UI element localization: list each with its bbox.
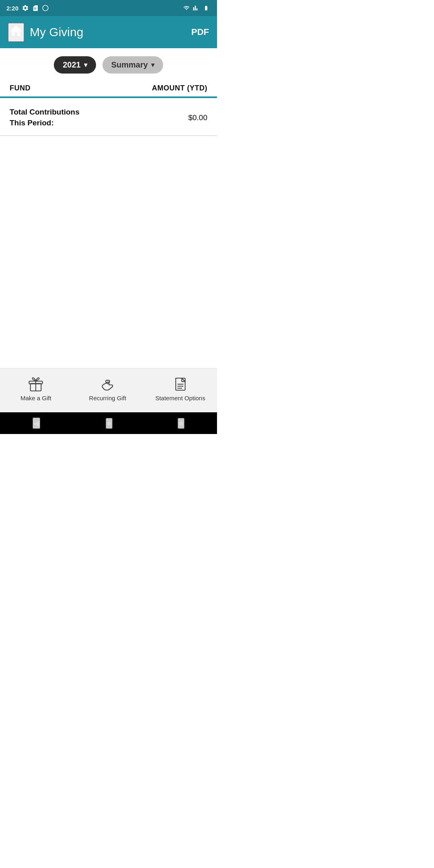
total-contributions-row: Total Contributions This Period: $0.00 — [0, 98, 217, 136]
app-bar: My Giving PDF — [0, 16, 217, 48]
page-title: My Giving — [30, 25, 83, 39]
filter-row: 2021 ▾ Summary ▾ — [0, 48, 217, 80]
type-chevron: ▾ — [151, 61, 154, 69]
type-label: Summary — [111, 60, 148, 70]
content-area: Total Contributions This Period: $0.00 — [0, 98, 217, 368]
battery-icon — [202, 5, 211, 11]
type-filter-button[interactable]: Summary ▾ — [102, 56, 163, 74]
nav-recurring-gift[interactable]: Recurring Gift — [84, 376, 132, 401]
system-nav: ◀ ● ■ — [0, 412, 217, 434]
sim-icon — [32, 4, 39, 12]
total-label: Total Contributions This Period: — [10, 107, 80, 128]
svg-line-5 — [182, 378, 185, 381]
status-time: 2:20 — [6, 5, 18, 12]
circle-ring-icon — [42, 4, 49, 12]
home-button[interactable] — [8, 23, 24, 42]
total-amount-value: $0.00 — [188, 113, 207, 122]
recents-button[interactable]: ■ — [178, 418, 184, 429]
nav-statement-options-label: Statement Options — [155, 395, 205, 401]
statement-icon — [172, 376, 188, 392]
pdf-button[interactable]: PDF — [191, 27, 209, 37]
year-label: 2021 — [63, 60, 81, 70]
back-button[interactable]: ◀ — [33, 418, 40, 429]
year-chevron: ▾ — [84, 61, 87, 69]
bottom-nav: Make a Gift Recurring Gift Statement Opt… — [0, 368, 217, 412]
settings-icon — [22, 4, 29, 12]
total-label-line2: This Period: — [10, 118, 80, 129]
status-bar: 2:20 — [0, 0, 217, 16]
gift-icon — [28, 376, 44, 392]
nav-make-a-gift-label: Make a Gift — [20, 395, 51, 401]
empty-content-area — [0, 136, 217, 368]
status-right — [182, 5, 211, 11]
nav-recurring-gift-label: Recurring Gift — [89, 395, 127, 401]
year-filter-button[interactable]: 2021 ▾ — [54, 56, 96, 74]
table-header: FUND AMOUNT (YTD) — [0, 80, 217, 97]
status-left: 2:20 — [6, 4, 49, 12]
amount-column-header: AMOUNT (YTD) — [152, 84, 207, 92]
recurring-icon — [100, 376, 116, 392]
fund-column-header: FUND — [10, 84, 31, 92]
nav-statement-options[interactable]: Statement Options — [155, 376, 205, 401]
app-bar-left: My Giving — [8, 23, 83, 42]
nav-make-a-gift[interactable]: Make a Gift — [12, 376, 60, 401]
home-system-button[interactable]: ● — [106, 418, 112, 429]
total-label-line1: Total Contributions — [10, 107, 80, 118]
signal-icon — [193, 5, 199, 11]
wifi-icon — [182, 5, 190, 11]
